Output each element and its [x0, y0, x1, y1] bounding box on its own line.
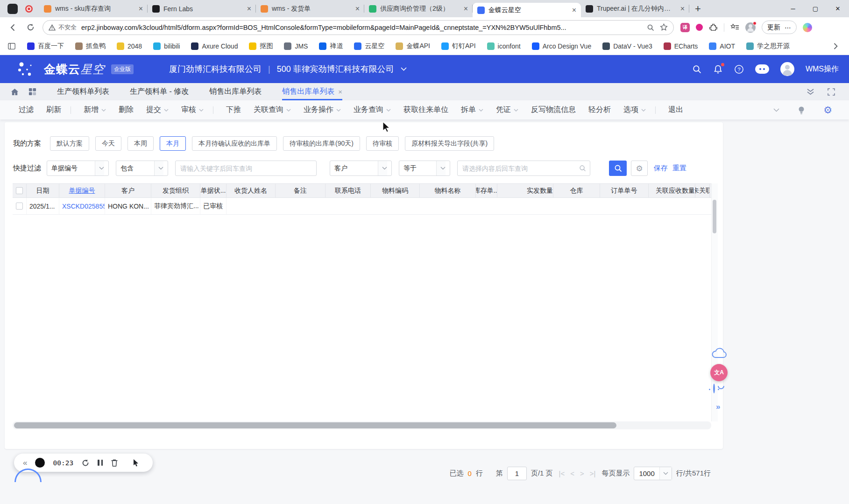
- help-icon[interactable]: ?: [734, 64, 744, 74]
- browser-tab[interactable]: 供应商询价管理（2级）×: [364, 0, 473, 17]
- refresh-icon[interactable]: [26, 23, 35, 32]
- filter-settings-button[interactable]: ⚙: [631, 161, 648, 176]
- home-icon[interactable]: [10, 88, 19, 96]
- bookmark-item[interactable]: 禅道: [319, 42, 343, 50]
- collapse-tabs-icon[interactable]: [807, 88, 814, 96]
- scheme-button[interactable]: 待审核的出库单(90天): [283, 136, 360, 151]
- toolbar-button[interactable]: 业务查询: [354, 105, 391, 115]
- extensions-icon[interactable]: [709, 23, 718, 32]
- save-scheme-link[interactable]: 保存: [654, 164, 668, 173]
- column-header[interactable]: 单据状...: [200, 184, 226, 197]
- user-avatar[interactable]: [780, 62, 794, 76]
- header-search-icon[interactable]: [692, 64, 702, 74]
- toolbar-button[interactable]: 刷新: [46, 105, 61, 115]
- account-name[interactable]: 500 菲律宾劲博汇科技有限公司: [277, 63, 394, 75]
- bookmark-item[interactable]: 云星空: [354, 42, 384, 50]
- minimize-button[interactable]: ─: [782, 0, 804, 17]
- tab-close-icon[interactable]: ×: [464, 5, 468, 13]
- bookmark-item[interactable]: Arco Design Vue: [532, 42, 592, 50]
- column-header[interactable]: 订单单号: [600, 184, 649, 197]
- bookmark-item[interactable]: AIOT: [709, 42, 735, 50]
- more-actions-chevron-icon[interactable]: [773, 108, 779, 112]
- toolbar-button[interactable]: 提交: [146, 105, 169, 115]
- toolbar-button[interactable]: 选项: [623, 105, 646, 115]
- bookmark-item[interactable]: 抓鱼鸭: [75, 42, 106, 50]
- workspace-tab[interactable]: 生产领料单 - 修改: [130, 83, 189, 100]
- workspace-tab[interactable]: 销售出库单列表×: [282, 83, 342, 100]
- toolbar-button[interactable]: 删除: [119, 105, 134, 115]
- bookmark-item[interactable]: 钉钉API: [441, 42, 476, 50]
- ai-assistant-icon[interactable]: [755, 64, 769, 74]
- scheme-button[interactable]: 默认方案: [50, 136, 89, 151]
- column-header[interactable]: 联系电话: [325, 184, 371, 197]
- filter-field-select[interactable]: 单据编号: [47, 161, 109, 176]
- bookmark-item[interactable]: 百度一下: [27, 42, 64, 50]
- bookmark-item[interactable]: 金蝶API: [396, 42, 430, 50]
- column-header[interactable]: 库存单...: [476, 184, 497, 197]
- toolbar-button[interactable]: 过滤: [19, 105, 34, 115]
- url-bar[interactable]: 不安全 erp2.jinboway.com/k3cloud/html5/dfor…: [42, 20, 674, 35]
- last-page-icon[interactable]: >|: [590, 469, 596, 477]
- per-page-select[interactable]: 1000: [634, 467, 672, 480]
- toolbar-button[interactable]: 凭证: [496, 105, 518, 115]
- profile-avatar[interactable]: [745, 22, 756, 33]
- row-checkbox[interactable]: [16, 203, 23, 210]
- toolbar-button[interactable]: 下推: [226, 105, 241, 115]
- record-stop-icon[interactable]: [35, 458, 45, 468]
- next-page-icon[interactable]: >: [580, 469, 584, 477]
- toolbar-button[interactable]: 轻分析: [588, 105, 611, 115]
- scheme-button[interactable]: 本周: [127, 136, 154, 151]
- bookmark-item[interactable]: iconfont: [487, 42, 521, 50]
- column-header[interactable]: 发货组织: [151, 184, 200, 197]
- workspace-tab[interactable]: 生产领料单列表: [57, 83, 109, 100]
- column-header[interactable]: 客户: [105, 184, 151, 197]
- browser-tab[interactable]: wms - sku库存查询×: [39, 0, 148, 17]
- cloud-sync-icon[interactable]: [711, 348, 728, 360]
- favorites-bar-icon[interactable]: [730, 23, 739, 32]
- filter-operator2-select[interactable]: 等于: [399, 161, 450, 176]
- bookmark-item[interactable]: 学之思开源: [746, 42, 790, 50]
- prev-page-icon[interactable]: <: [570, 469, 574, 477]
- workspaces-icon[interactable]: [7, 4, 18, 14]
- close-window-button[interactable]: ✕: [827, 0, 849, 17]
- security-label[interactable]: 不安全: [58, 23, 77, 32]
- reset-link[interactable]: 重置: [672, 164, 686, 173]
- horizontal-scrollbar-thumb[interactable]: [14, 422, 616, 428]
- pause-recording-icon[interactable]: [98, 460, 103, 466]
- settings-gear-icon[interactable]: ⚙: [823, 105, 832, 116]
- tab-close-icon[interactable]: ×: [338, 88, 342, 96]
- recording-indicator-icon[interactable]: [25, 5, 33, 13]
- fullscreen-icon[interactable]: [828, 88, 835, 96]
- column-header[interactable]: 备注: [276, 184, 325, 197]
- scheme-button[interactable]: 原材料报关导出字段(共享): [405, 136, 494, 151]
- search-button[interactable]: [609, 161, 627, 176]
- bookmark-item[interactable]: Axure Cloud: [191, 42, 238, 50]
- column-header[interactable]: 物料名称: [420, 184, 476, 197]
- expand-panel-icon[interactable]: »: [716, 402, 720, 412]
- toolbar-button[interactable]: 退出: [668, 105, 683, 115]
- toolbar-button[interactable]: 拆单: [461, 105, 483, 115]
- column-header[interactable]: 日期: [27, 184, 59, 197]
- column-header[interactable]: 关联应收数量: [649, 184, 695, 197]
- first-page-icon[interactable]: |<: [559, 469, 565, 477]
- toolbar-button[interactable]: 反写物流信息: [531, 105, 576, 115]
- doc-number-link[interactable]: XSCKD025855: [59, 198, 105, 214]
- tab-close-icon[interactable]: ×: [572, 7, 576, 14]
- scheme-button[interactable]: 今天: [95, 136, 121, 151]
- translate-extension-icon[interactable]: 译: [680, 23, 690, 32]
- toolbar-button[interactable]: 新增: [84, 105, 106, 115]
- back-icon[interactable]: [8, 23, 18, 32]
- column-header[interactable]: 仓库: [553, 184, 600, 197]
- feedback-smiley-icon[interactable]: [713, 384, 715, 393]
- workspace-tab[interactable]: 销售出库单列表: [209, 83, 262, 100]
- delete-recording-icon[interactable]: [111, 459, 118, 467]
- pointer-tool-icon[interactable]: [133, 459, 140, 467]
- page-number-input[interactable]: 1: [507, 467, 527, 480]
- restart-recording-icon[interactable]: [81, 459, 90, 467]
- collapse-recorder-icon[interactable]: «: [23, 458, 27, 468]
- toolbar-button[interactable]: 审核: [181, 105, 204, 115]
- toolbar-button[interactable]: 获取往来单位: [403, 105, 448, 115]
- copilot-icon[interactable]: [803, 23, 812, 32]
- tab-close-icon[interactable]: ×: [680, 5, 685, 13]
- bookmark-item[interactable]: 2048: [117, 42, 142, 50]
